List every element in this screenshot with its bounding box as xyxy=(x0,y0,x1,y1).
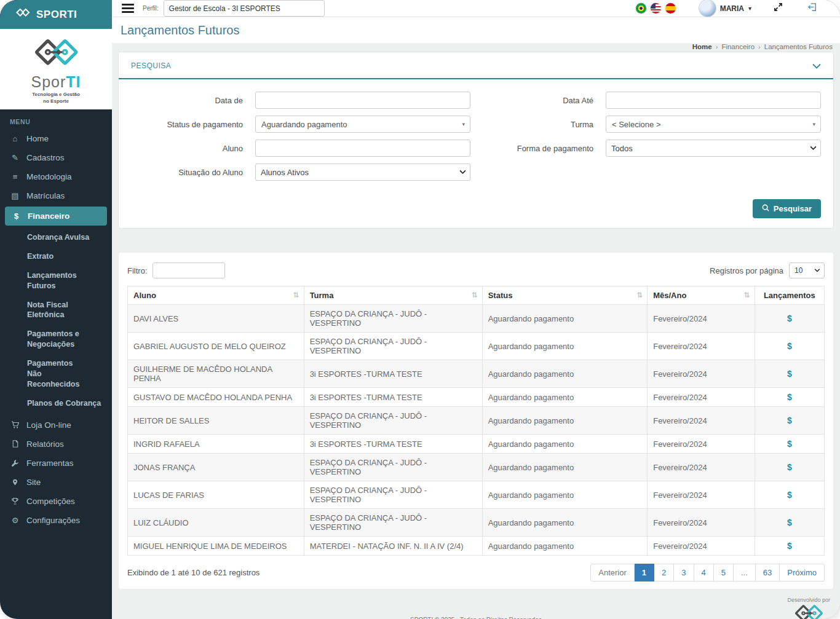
breadcrumb-current: Lançamentos Futuros xyxy=(764,43,833,50)
cell-aluno: LUCAS DE FARIAS xyxy=(128,481,304,509)
cell-status: Aguardando pagamento xyxy=(482,333,648,360)
user-menu[interactable]: MARIA ▾ xyxy=(689,0,761,17)
hamburger-menu-icon[interactable] xyxy=(122,2,134,15)
data-de-input[interactable] xyxy=(255,92,470,109)
breadcrumb-home[interactable]: Home xyxy=(692,43,712,50)
pagination-page-2[interactable]: 2 xyxy=(654,564,674,582)
per-page-select-wrap: 10 xyxy=(789,262,825,278)
cell-turma: ESPAÇO DA CRIANÇA - JUDÔ - VESPERTINO xyxy=(304,407,482,435)
money-icon[interactable]: $ xyxy=(787,541,792,551)
profile-input[interactable] xyxy=(164,0,325,17)
turma-select[interactable]: < Selecione > ▾ xyxy=(606,116,821,133)
situacao-aluno-select-wrap: Alunos Ativos xyxy=(255,164,470,181)
data-ate-input[interactable] xyxy=(606,92,821,109)
pagination-page-4[interactable]: 4 xyxy=(694,564,714,582)
pagination-prev[interactable]: Anterior xyxy=(590,564,635,582)
money-icon[interactable]: $ xyxy=(787,313,792,323)
user-name: MARIA xyxy=(720,4,744,13)
forma-pagamento-select[interactable]: Todos xyxy=(606,140,821,157)
sidebar-item-loja-on-line[interactable]: Loja On-line xyxy=(0,416,112,435)
sidebar-item-relatorios[interactable]: Relatórios xyxy=(0,435,112,454)
pagination-page-63[interactable]: 63 xyxy=(756,564,780,582)
search-panel-header[interactable]: PESQUISA xyxy=(119,52,833,79)
aluno-input[interactable] xyxy=(255,140,470,157)
cell-turma: ESPAÇO DA CRIANÇA - JUDÔ - VESPERTINO xyxy=(304,454,482,481)
sidebar-item-financeiro[interactable]: $ Financeiro xyxy=(5,207,107,226)
breadcrumb-separator: › xyxy=(716,43,718,50)
usa-flag-icon[interactable] xyxy=(651,3,661,14)
money-icon[interactable]: $ xyxy=(787,369,792,379)
logout-button[interactable] xyxy=(795,2,830,15)
submenu-item-cobranca-avulsa[interactable]: Cobrança Avulsa xyxy=(0,228,112,247)
submenu-item-pagamentos-negociacoes[interactable]: Pagamentos e Negociações xyxy=(0,325,112,354)
sidebar-item-home[interactable]: ⌂ Home xyxy=(0,129,112,148)
pesquisar-button[interactable]: Pesquisar xyxy=(753,199,821,218)
situacao-aluno-label: Situação do Aluno xyxy=(131,168,243,177)
submenu-item-planos-cobranca[interactable]: Planos de Cobrança xyxy=(0,394,112,413)
logo-tagline-line2: no Esporte xyxy=(32,98,80,105)
sidebar-item-competicoes[interactable]: Competições xyxy=(0,492,112,511)
pagination-next[interactable]: Próximo xyxy=(780,564,825,582)
situacao-aluno-select[interactable]: Alunos Ativos xyxy=(255,164,470,181)
money-icon[interactable]: $ xyxy=(787,416,792,425)
pagination-page-5[interactable]: 5 xyxy=(714,564,734,582)
column-header-mes-ano[interactable]: Mês/Ano⇅ xyxy=(648,286,755,305)
submenu-item-lancamentos-futuros[interactable]: Lançamentos Futuros xyxy=(0,266,112,296)
sidebar-item-label: Site xyxy=(26,478,41,487)
cell-lancamentos: $ xyxy=(755,360,824,388)
fullscreen-button[interactable] xyxy=(761,2,795,14)
main-area: Perfil: MARIA ▾ xyxy=(112,0,840,619)
cell-status: Aguardando pagamento xyxy=(482,454,648,481)
cell-mes-ano: Fevereiro/2024 xyxy=(648,537,755,556)
sidebar-item-configuracoes[interactable]: ⚙ Configurações xyxy=(0,511,112,530)
table-row: GUILHERME DE MACÊDO HOLANDA PENHA3i ESPO… xyxy=(128,360,825,388)
column-header-aluno[interactable]: Aluno⇅ xyxy=(128,286,304,305)
pagination-page-3[interactable]: 3 xyxy=(674,564,694,582)
sidebar-item-ferramentas[interactable]: Ferramentas xyxy=(0,454,112,473)
filter-label: Filtro: xyxy=(127,266,148,275)
logo-tagline-line1: Tecnologia e Gestão xyxy=(32,92,80,98)
filter-input[interactable] xyxy=(153,262,225,278)
money-icon[interactable]: $ xyxy=(787,518,792,527)
brand-header[interactable]: SPORTI xyxy=(0,0,112,29)
sidebar-item-metodologia[interactable]: ≡ Metodologia xyxy=(0,167,112,186)
status-pagamento-select[interactable]: Aguardando pagamento ▾ xyxy=(255,116,470,133)
pin-icon xyxy=(10,478,20,486)
sort-icon: ⇅ xyxy=(744,291,750,299)
trophy-icon xyxy=(10,497,20,505)
search-panel: PESQUISA Data de Data Até Status de paga… xyxy=(118,52,834,229)
per-page-select[interactable]: 10 xyxy=(789,262,825,278)
submenu-item-pagamentos-nao-reconhecidos[interactable]: Pagamentos Não Reconhecidos xyxy=(0,354,92,394)
search-panel-title: PESQUISA xyxy=(131,61,171,70)
column-header-status[interactable]: Status⇅ xyxy=(482,286,648,305)
submenu-item-extrato[interactable]: Extrato xyxy=(0,247,112,266)
sidebar-item-label: Cadastros xyxy=(26,153,65,162)
brazil-flag-icon[interactable] xyxy=(636,3,646,14)
sidebar-item-matriculas[interactable]: ▤ Matrículas xyxy=(0,186,112,205)
logout-icon xyxy=(807,2,818,15)
cell-lancamentos: $ xyxy=(755,435,824,454)
money-icon[interactable]: $ xyxy=(787,341,792,351)
cell-lancamentos: $ xyxy=(755,388,824,407)
column-label: Status xyxy=(488,291,513,300)
sporti-logo-icon xyxy=(791,617,826,619)
table-footer: Exibindo de 1 até 10 de 621 registros An… xyxy=(127,556,825,582)
submenu-item-nota-fiscal[interactable]: Nota Fiscal Eletrônica xyxy=(0,296,112,325)
collapse-chevron-icon[interactable] xyxy=(812,60,821,71)
breadcrumb-financeiro[interactable]: Financeiro xyxy=(721,43,755,50)
money-icon[interactable]: $ xyxy=(787,462,792,472)
cell-mes-ano: Fevereiro/2024 xyxy=(648,407,755,435)
spain-flag-icon[interactable] xyxy=(665,3,676,14)
search-icon xyxy=(762,204,769,213)
cell-status: Aguardando pagamento xyxy=(482,509,648,537)
sidebar-item-site[interactable]: Site xyxy=(0,473,112,492)
column-header-turma[interactable]: Turma⇅ xyxy=(304,286,482,305)
fullscreen-icon xyxy=(774,2,783,14)
money-icon[interactable]: $ xyxy=(787,392,792,402)
money-icon[interactable]: $ xyxy=(787,490,792,500)
sidebar-item-cadastros[interactable]: ✎ Cadastros xyxy=(0,148,112,167)
logo-word-primary: Spor xyxy=(31,73,66,90)
sidebar-item-label: Loja On-line xyxy=(26,420,71,430)
pagination-page-1[interactable]: 1 xyxy=(635,564,654,582)
money-icon[interactable]: $ xyxy=(787,439,792,449)
